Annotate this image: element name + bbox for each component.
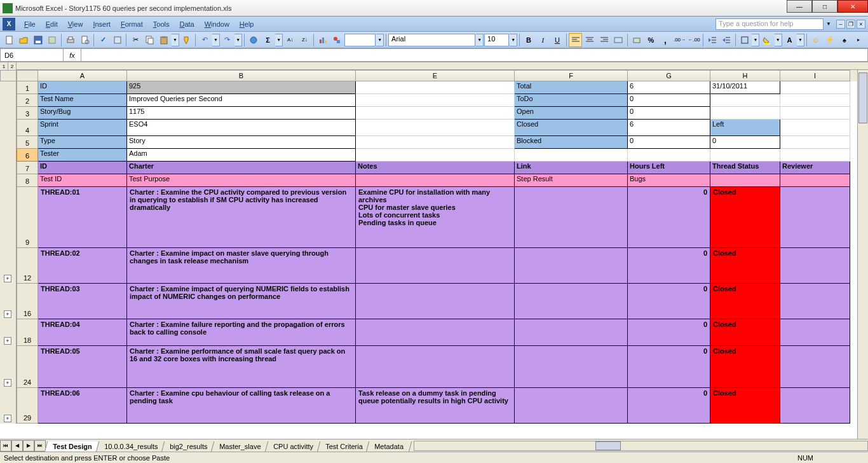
cell[interactable]: [356, 81, 515, 94]
row-header-5[interactable]: 5: [17, 136, 38, 149]
cell[interactable]: [780, 248, 850, 284]
cell[interactable]: [356, 149, 515, 162]
cell[interactable]: [780, 149, 850, 162]
cell[interactable]: Closed: [710, 248, 780, 284]
smiley-icon[interactable]: ☺: [809, 33, 823, 47]
cell[interactable]: Closed: [710, 388, 780, 424]
hscroll-thumb[interactable]: [595, 441, 621, 450]
cell[interactable]: [710, 149, 780, 162]
redo-button[interactable]: ↷: [220, 33, 234, 47]
menu-format[interactable]: Format: [116, 19, 148, 29]
col-header-A[interactable]: A: [38, 70, 127, 81]
cell[interactable]: Sprint: [38, 120, 127, 136]
zoom-dropdown[interactable]: ▼: [376, 34, 384, 46]
cell[interactable]: Left: [710, 120, 780, 136]
row-header-6[interactable]: 6: [17, 149, 38, 162]
cell[interactable]: THREAD:06: [38, 388, 127, 424]
col-header-E[interactable]: E: [356, 70, 515, 81]
cell[interactable]: Improved Queries per Second: [127, 94, 356, 107]
cell[interactable]: THREAD:02: [38, 248, 127, 284]
maximize-button[interactable]: □: [812, 0, 837, 13]
decrease-indent-button[interactable]: [705, 33, 719, 47]
col-header-B[interactable]: B: [127, 70, 356, 81]
borders-dropdown[interactable]: ▼: [752, 34, 759, 46]
cell[interactable]: Story/Bug: [38, 107, 127, 120]
cell[interactable]: 0: [710, 136, 780, 149]
cell[interactable]: [356, 94, 515, 107]
menu-help[interactable]: Help: [234, 19, 259, 29]
font-color-button[interactable]: A: [783, 33, 797, 47]
cell[interactable]: Charter : Examine the CPU activity compa…: [127, 187, 356, 248]
cell[interactable]: Story: [127, 136, 356, 149]
workbook-minimize-button[interactable]: –: [836, 20, 845, 29]
cell[interactable]: [356, 120, 515, 136]
menu-file[interactable]: File: [19, 19, 41, 29]
print-button[interactable]: [64, 33, 78, 47]
cell[interactable]: ID: [38, 162, 127, 174]
row-header-8[interactable]: 8: [17, 174, 38, 187]
sheet-tab[interactable]: 10.0.0.34_results: [95, 441, 166, 452]
cell[interactable]: [780, 107, 850, 120]
col-header-F[interactable]: F: [515, 70, 628, 81]
borders-button[interactable]: [738, 33, 752, 47]
menu-view[interactable]: View: [63, 19, 88, 29]
menu-edit[interactable]: Edit: [41, 19, 63, 29]
save-button[interactable]: [31, 33, 45, 47]
cell[interactable]: [356, 107, 515, 120]
cell[interactable]: Open: [515, 107, 628, 120]
spelling-button[interactable]: ✓: [96, 33, 110, 47]
outline-expand-button[interactable]: +: [4, 275, 11, 282]
cell[interactable]: [628, 149, 710, 162]
sheet-tab[interactable]: Master_slave: [211, 441, 269, 452]
fill-color-dropdown[interactable]: ▼: [775, 34, 782, 46]
outline-expand-button[interactable]: +: [4, 379, 11, 387]
redo-dropdown[interactable]: ▼: [234, 34, 242, 46]
paste-dropdown[interactable]: ▼: [172, 34, 179, 46]
cell[interactable]: 0: [628, 319, 710, 346]
new-button[interactable]: [3, 33, 17, 47]
scrollbar-thumb[interactable]: [858, 73, 867, 123]
cell[interactable]: [515, 388, 628, 424]
outline-expand-button[interactable]: +: [4, 337, 11, 345]
undo-dropdown[interactable]: ▼: [212, 34, 220, 46]
spade-icon[interactable]: ♠: [837, 33, 851, 47]
cell[interactable]: [356, 319, 515, 346]
cell[interactable]: [515, 149, 628, 162]
align-center-button[interactable]: [583, 33, 597, 47]
cell[interactable]: [780, 284, 850, 319]
cell[interactable]: [356, 346, 515, 388]
cell[interactable]: 6: [628, 120, 710, 136]
menu-insert[interactable]: Insert: [88, 19, 116, 29]
menu-data[interactable]: Data: [174, 19, 199, 29]
tab-nav-next[interactable]: ▶: [23, 440, 34, 452]
cell[interactable]: [356, 174, 515, 187]
paste-button[interactable]: [158, 33, 172, 47]
row-header-3[interactable]: 3: [17, 107, 38, 120]
cell[interactable]: 0: [628, 248, 710, 284]
help-search-input[interactable]: Type a question for help: [715, 18, 824, 30]
row-header-24[interactable]: 24: [17, 346, 38, 388]
minimize-button[interactable]: —: [787, 0, 812, 13]
merge-center-button[interactable]: [611, 33, 625, 47]
cell[interactable]: 0: [628, 94, 710, 107]
cell[interactable]: 31/10/2011: [710, 81, 780, 94]
cell[interactable]: Adam: [127, 149, 356, 162]
col-header-G[interactable]: G: [628, 70, 710, 81]
cell[interactable]: [710, 107, 780, 120]
underline-button[interactable]: U: [550, 33, 564, 47]
col-header-I[interactable]: I: [780, 70, 850, 81]
font-dropdown[interactable]: ▼: [476, 34, 484, 46]
cell[interactable]: THREAD:03: [38, 284, 127, 319]
cell[interactable]: Closed: [710, 284, 780, 319]
cell[interactable]: [515, 248, 628, 284]
cell[interactable]: Blocked: [515, 136, 628, 149]
align-left-button[interactable]: [569, 33, 583, 47]
cell[interactable]: 0: [628, 187, 710, 248]
cell[interactable]: Charter : Examine impact of querying NUM…: [127, 284, 356, 319]
cell[interactable]: Closed: [710, 187, 780, 248]
cell[interactable]: Bugs: [628, 174, 710, 187]
cell[interactable]: [710, 174, 780, 187]
cell[interactable]: 0: [628, 284, 710, 319]
permission-button[interactable]: [46, 33, 60, 47]
autosum-dropdown[interactable]: ▼: [275, 34, 283, 46]
